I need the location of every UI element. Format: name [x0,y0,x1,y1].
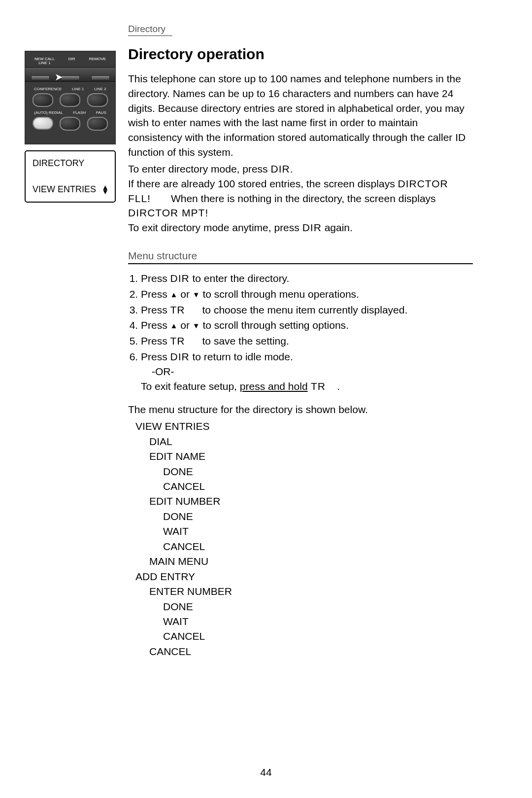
lcd-display-illustration: DIRECTORY VIEW ENTRIES ▲▼ [25,150,116,203]
flash-button [60,117,80,131]
dir-key-ref: DIR [270,163,290,174]
triangle-down-icon: ▼ [193,321,200,330]
softkey [61,75,80,80]
step-6-alt: To exit feature setup, press and hold TR… [141,379,473,394]
lcd-line2: VIEW ENTRIES [33,184,96,195]
section-header: Directory [128,24,172,36]
step-5: Press TR to save the setting. [141,334,473,348]
tree-item: EDIT NUMBER [149,494,473,509]
pause-button [87,117,108,131]
btn-label-new-call: NEW CALL LINE 1 [34,57,55,65]
softkey [91,75,110,80]
softkey [31,75,50,80]
triangle-down-icon: ▼ [193,290,200,299]
tree-item: CANCEL [163,539,473,554]
left-column: NEW CALL LINE 1 DIR REMOVE ➤ CONFERENCE … [25,46,126,659]
tree-item: VIEW ENTRIES [135,419,473,434]
btn-label-remove: REMOVE [89,57,106,65]
tree-item: WAIT [163,614,473,629]
btn-label-conference: CONFERENCE [34,87,62,91]
line1-button [60,93,80,107]
screen-code-empty: DIRCTOR MPT! [128,207,208,218]
menu-tree: VIEW ENTRIES DIAL EDIT NAME DONE CANCEL … [135,419,473,659]
full-empty-text: If there are already 100 stored entries,… [128,176,473,220]
conference-button [33,93,53,107]
page-title: Directory operation [128,46,473,63]
enter-mode-text: To enter directory mode, press DIR. [128,162,473,176]
step-3: Press TR to choose the menu item current… [141,303,473,317]
btn-label-redial: (AUTO) REDIAL [34,110,63,115]
tree-item: WAIT [163,524,473,539]
step-1: Press DIR to enter the directory. [141,271,473,286]
or-divider: -OR- [141,364,473,379]
tree-intro: The menu structure for the directory is … [128,402,473,417]
up-down-arrows-icon: ▲▼ [101,185,109,194]
tree-item: CANCEL [163,629,473,644]
btn-label-pause: PAUS [96,110,106,115]
line2-button [87,93,108,107]
tree-item: ADD ENTRY [135,569,473,584]
step-6: Press DIR to return to idle mode. -OR- T… [141,349,473,393]
tree-item: DONE [163,509,473,524]
triangle-up-icon: ▲ [170,290,178,299]
step-4: Press ▲ or ▼ to scroll through setting o… [141,318,473,333]
tree-item: CANCEL [163,479,473,494]
lcd-line1: DIRECTORY [33,158,109,169]
btn-label-flash: FLASH [73,110,86,115]
triangle-up-icon: ▲ [170,321,178,330]
btn-label-line1: LINE 1 [72,87,84,91]
intro-paragraph: This telephone can store up to 100 names… [128,71,473,160]
menu-steps-list: Press DIR to enter the directory. Press … [128,271,473,394]
right-column: Directory operation This telephone can s… [126,46,473,659]
phone-keypad-illustration: NEW CALL LINE 1 DIR REMOVE ➤ CONFERENCE … [25,51,116,144]
tree-item: ENTER NUMBER [149,584,473,599]
tree-item: DONE [163,599,473,614]
tree-item: EDIT NAME [149,449,473,464]
main-content: NEW CALL LINE 1 DIR REMOVE ➤ CONFERENCE … [25,46,473,659]
tree-item: MAIN MENU [149,554,473,569]
step-2: Press ▲ or ▼ to scroll through menu oper… [141,287,473,302]
menu-structure-heading: Menu structure [128,250,473,264]
btn-label-dir: DIR [68,57,75,65]
cursor-arrow-icon: ➤ [55,71,63,83]
redial-button [33,117,53,130]
tree-item: DONE [163,464,473,479]
btn-label-line2: LINE 2 [94,87,106,91]
page-number: 44 [0,766,532,778]
dir-key-ref: DIR [302,222,322,233]
tree-item: DIAL [149,434,473,449]
tree-item: CANCEL [149,644,473,659]
exit-mode-text: To exit directory mode anytime, press DI… [128,220,473,235]
